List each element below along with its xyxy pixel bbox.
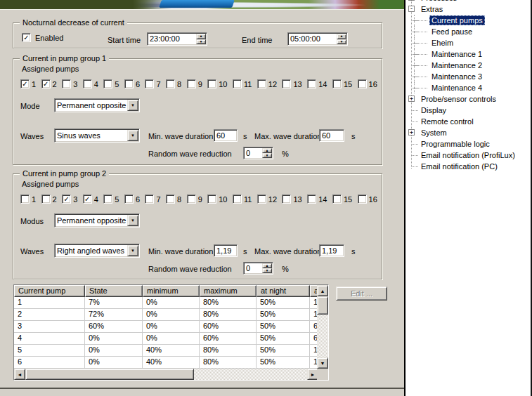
tree-item-maintenance-2[interactable]: Maintenance 2 xyxy=(406,60,531,71)
random-wave-reduction-spinner[interactable]: 0 ▲ ▼ xyxy=(243,147,273,159)
min-wave-duration-input[interactable]: 1,19 xyxy=(214,244,238,257)
pump-5-checkbox[interactable] xyxy=(103,79,112,88)
pump-15-checkbox[interactable] xyxy=(332,194,342,204)
nocturnal-groupbox: Nocturnal decrease of current ✓ Enabled … xyxy=(13,22,382,48)
tree-line-stub xyxy=(412,110,418,111)
pump-13-checkbox[interactable] xyxy=(282,79,291,88)
pump-8-checkbox[interactable] xyxy=(166,79,175,88)
pump-2-checkbox[interactable]: ✓ xyxy=(41,79,51,88)
table-row[interactable]: 40%0%60%50%6 xyxy=(14,333,328,345)
pump-14-checkbox[interactable] xyxy=(307,79,316,88)
max-wave-duration-input[interactable]: 60 xyxy=(319,129,344,142)
max-wave-duration-input[interactable]: 1,19 xyxy=(319,244,344,257)
pump-16-checkbox[interactable] xyxy=(358,194,367,204)
pump-7-checkbox[interactable] xyxy=(145,79,154,88)
waves-combobox[interactable]: Right angled waves ▼ xyxy=(54,244,140,258)
pump-14-label: 14 xyxy=(318,80,327,88)
scroll-down-icon[interactable]: ▼ xyxy=(317,357,328,369)
expand-icon[interactable]: + xyxy=(408,0,415,1)
pump-11-checkbox[interactable] xyxy=(233,79,242,88)
column-header-minimum[interactable]: minimum xyxy=(143,285,200,297)
spin-up-icon[interactable]: ▲ xyxy=(262,148,272,153)
tree-item-system[interactable]: +System xyxy=(406,127,531,138)
pump-1-checkbox[interactable] xyxy=(20,194,30,204)
column-header-at-night[interactable]: at night xyxy=(257,285,310,297)
scroll-up-icon[interactable]: ▲ xyxy=(317,285,328,296)
table-row[interactable]: 17%0%80%50%1 xyxy=(14,297,328,309)
tree-item-email-notification-pc-[interactable]: Email notification (PC) xyxy=(406,161,531,172)
spin-up-icon[interactable]: ▲ xyxy=(262,263,272,268)
pump-8-checkbox[interactable] xyxy=(166,194,175,204)
vertical-scrollbar[interactable]: ▲ ▼ xyxy=(317,285,328,369)
table-row[interactable]: 272%0%80%50%1 xyxy=(14,309,328,321)
pump-16-label: 16 xyxy=(369,80,377,88)
pump-13-checkbox[interactable] xyxy=(282,194,291,204)
spin-down-icon[interactable]: ▼ xyxy=(196,39,206,45)
dropdown-arrow-icon[interactable]: ▼ xyxy=(127,130,138,141)
expand-icon[interactable]: + xyxy=(408,129,415,136)
spin-down-icon[interactable]: ▼ xyxy=(337,39,346,45)
tree-item-maintenance-1[interactable]: Maintenance 1 xyxy=(406,48,531,60)
pump-12-checkbox[interactable] xyxy=(257,79,266,88)
tree-item-email-notification-profilux-[interactable]: Email notification (ProfiLux) xyxy=(406,150,531,161)
pump-11-checkbox[interactable] xyxy=(233,194,242,204)
column-header-state[interactable]: State xyxy=(85,285,143,297)
table-row[interactable]: 360%0%60%50%6 xyxy=(14,321,328,333)
waves-combobox[interactable]: Sinus waves ▼ xyxy=(54,128,140,143)
expand-icon[interactable]: + xyxy=(408,95,415,102)
spin-down-icon[interactable]: ▼ xyxy=(262,268,272,273)
spin-up-icon[interactable]: ▲ xyxy=(337,34,346,39)
tree-item-remote-control[interactable]: Remote control xyxy=(406,116,531,127)
horizontal-scrollbar[interactable]: ◄ ► xyxy=(14,369,318,380)
tree-item-display[interactable]: Display xyxy=(406,105,531,116)
pump-14-checkbox[interactable] xyxy=(307,194,316,204)
spin-down-icon[interactable]: ▼ xyxy=(262,153,272,158)
pump-15-checkbox[interactable] xyxy=(332,79,342,88)
tree-item-extras[interactable]: -Extras xyxy=(406,4,531,15)
column-header-current-pump[interactable]: Current pump xyxy=(14,285,85,297)
pump-7-checkbox[interactable] xyxy=(145,194,154,204)
tree-item-maintenance-4[interactable]: Maintenance 4 xyxy=(406,82,531,93)
edit-button[interactable]: Edit ... xyxy=(336,286,387,301)
dropdown-arrow-icon[interactable]: ▼ xyxy=(127,100,138,111)
scroll-left-icon[interactable]: ◄ xyxy=(14,369,25,380)
table-row[interactable]: 60%40%80%50%1 xyxy=(14,357,328,369)
modus-combobox[interactable]: Permanent opposite ▼ xyxy=(54,213,140,227)
pump-3-checkbox[interactable] xyxy=(62,79,71,88)
dropdown-arrow-icon[interactable]: ▼ xyxy=(127,245,138,256)
pump-12-checkbox[interactable] xyxy=(257,194,266,204)
tree-item-current-pumps[interactable]: Current pumps xyxy=(406,15,531,26)
vertical-scrollbar-thumb[interactable] xyxy=(317,296,328,315)
pump-1-checkbox[interactable]: ✓ xyxy=(20,79,30,88)
enabled-checkbox[interactable]: ✓ xyxy=(22,33,31,42)
tree-item-programmable-logic[interactable]: Programmable logic xyxy=(406,138,531,150)
pump-4-checkbox[interactable]: ✓ xyxy=(83,194,92,204)
tree-item-maintenance-3[interactable]: Maintenance 3 xyxy=(406,71,531,82)
min-wave-duration-input[interactable]: 60 xyxy=(214,129,238,142)
pump-10-checkbox[interactable] xyxy=(207,79,216,88)
end-time-spinner[interactable]: 05:00:00 ▲ ▼ xyxy=(287,32,348,46)
tree-item-probe-sensor-controls[interactable]: +Probe/sensor controls xyxy=(406,93,531,105)
dropdown-arrow-icon[interactable]: ▼ xyxy=(127,215,138,226)
random-wave-reduction-spinner[interactable]: 0 ▲ ▼ xyxy=(243,262,273,275)
pump-4-checkbox[interactable] xyxy=(83,79,92,88)
tree-item-feed-pause[interactable]: Feed pause xyxy=(406,26,531,37)
pump-9-checkbox[interactable] xyxy=(187,79,196,88)
pump-6-checkbox[interactable] xyxy=(124,194,134,204)
pump-6-checkbox[interactable] xyxy=(124,79,134,88)
tree-item-eheim[interactable]: Eheim xyxy=(406,37,531,48)
spin-up-icon[interactable]: ▲ xyxy=(196,34,206,39)
mode-combobox[interactable]: Permanent opposite ▼ xyxy=(54,98,140,112)
start-time-spinner[interactable]: 23:00:00 ▲ ▼ xyxy=(147,32,207,46)
pump-3-checkbox[interactable]: ✓ xyxy=(62,194,71,204)
pump-10-checkbox[interactable] xyxy=(207,194,216,204)
column-header-maximum[interactable]: maximum xyxy=(200,285,257,297)
pump-5-checkbox[interactable] xyxy=(103,194,112,204)
pump-16-item: 16 xyxy=(358,79,377,88)
pump-2-checkbox[interactable] xyxy=(41,194,51,204)
collapse-icon[interactable]: - xyxy=(408,6,415,12)
horizontal-scrollbar-thumb[interactable] xyxy=(25,369,194,380)
pump-16-checkbox[interactable] xyxy=(358,79,367,88)
table-row[interactable]: 50%40%80%50%1 xyxy=(14,345,328,357)
pump-9-checkbox[interactable] xyxy=(187,194,196,204)
